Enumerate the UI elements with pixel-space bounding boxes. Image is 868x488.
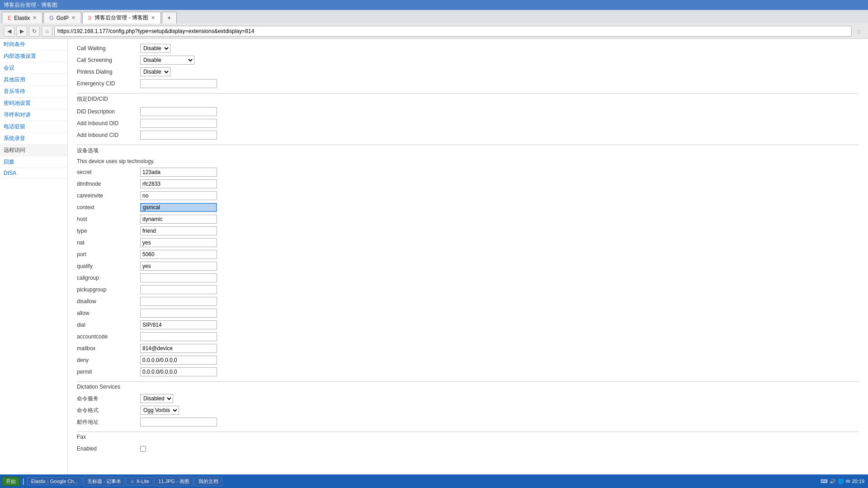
deny-input[interactable] (140, 356, 217, 365)
mailbox-input[interactable] (140, 344, 217, 353)
port-input[interactable] (140, 250, 217, 259)
callgroup-row: callgroup (77, 273, 859, 283)
disallow-input[interactable] (140, 297, 217, 306)
add-inbound-cid-label: Add Inbound CID (77, 132, 140, 138)
did-description-input[interactable] (140, 107, 217, 116)
dtmfmode-input[interactable] (140, 179, 217, 188)
taskbar-item-browser-label: Elastix - Google Ch... (31, 479, 78, 484)
command-service-select[interactable]: Disabled Enabled (140, 394, 173, 403)
sidebar-item-conference[interactable]: 会议 (0, 62, 67, 74)
add-inbound-cid-input[interactable] (140, 131, 217, 140)
call-screening-select[interactable]: Disable Enable (140, 56, 194, 65)
sidebar-item-time-condition[interactable]: 时间条件 (0, 39, 67, 51)
call-waiting-label: Call Waiting (77, 45, 140, 52)
type-row: type (77, 226, 859, 236)
secret-label: secret (77, 169, 140, 175)
tab-new[interactable]: + (162, 12, 177, 23)
context-input[interactable] (140, 203, 217, 212)
accountcode-label: accountcode (77, 333, 140, 340)
nat-label: nat (77, 239, 140, 246)
sidebar-item-parking[interactable]: 电话驻留 (0, 121, 67, 133)
taskbar-right: ⌨ 🔊 🌐 ✉ 20:19 (821, 479, 866, 484)
pinless-dialing-select[interactable]: Disable Enable (140, 67, 170, 76)
taskbar-item-paint-label: 11.JPG - 画图 (158, 479, 189, 484)
bookmark-star-icon[interactable]: ☆ (854, 26, 864, 37)
disallow-row: disallow (77, 296, 859, 306)
start-button[interactable]: 开始 (2, 477, 20, 486)
tab-close-blog[interactable]: ✕ (151, 15, 155, 21)
dial-label: dial (77, 322, 140, 328)
call-waiting-select[interactable]: Disable Enable (140, 44, 170, 53)
forward-button[interactable]: ▶ (16, 26, 27, 37)
dial-input[interactable] (140, 320, 217, 329)
sidebar-item-callback[interactable]: 回拨 (0, 156, 67, 168)
sidebar-item-paging[interactable]: 寻呼和对讲 (0, 109, 67, 121)
sidebar: 时间条件 内部选项设置 会议 其他应用 音乐等待 密码池设置 寻呼和对讲 电话驻… (0, 39, 68, 474)
command-format-row: 命令格式 Ogg Vorbis MP3 (77, 405, 859, 415)
email-input[interactable] (140, 418, 217, 427)
emergency-cid-row: Emergency CID (77, 79, 859, 89)
tab-blog[interactable]: B 博客后台管理 - 博客图 ✕ (82, 12, 161, 23)
permit-row: permit (77, 367, 859, 377)
host-row: host (77, 214, 859, 224)
tab-close-elastix[interactable]: ✕ (33, 15, 37, 21)
taskbar-item-notepad[interactable]: 无标题 - 记事本 (83, 477, 126, 486)
canreinvite-row: canreinvite (77, 191, 859, 201)
emergency-cid-input[interactable] (140, 79, 217, 88)
dictation-section: 命令服务 Disabled Enabled 命令格式 Ogg Vorbis MP… (77, 394, 859, 427)
tab-close-goip[interactable]: ✕ (71, 15, 75, 21)
sidebar-item-disa[interactable]: DISA (0, 168, 67, 178)
browser-frame: 博客后台管理 - 博客图 E Elastix ✕ G GoIP ✕ B 博客后台… (0, 0, 868, 488)
tab-elastix[interactable]: E Elastix ✕ (2, 12, 42, 23)
tab-label-blog: 博客后台管理 - 博客图 (94, 14, 148, 22)
taskbar-icon-1: ⌨ (821, 479, 828, 484)
home-button[interactable]: ⌂ (42, 26, 52, 37)
accountcode-row: accountcode (77, 332, 859, 342)
sidebar-item-moh[interactable]: 音乐等待 (0, 86, 67, 98)
qualify-label: qualify (77, 263, 140, 269)
callgroup-input[interactable] (140, 273, 217, 282)
tab-bar: E Elastix ✕ G GoIP ✕ B 博客后台管理 - 博客图 ✕ + (0, 10, 868, 23)
reload-button[interactable]: ↻ (29, 26, 40, 37)
taskbar-clock: 20:19 (852, 479, 864, 484)
canreinvite-input[interactable] (140, 191, 217, 200)
taskbar-item-xlite[interactable]: ☆ X-Lite (126, 477, 153, 486)
secret-input[interactable] (140, 168, 217, 177)
sidebar-item-recording[interactable]: 系统录音 (0, 133, 67, 145)
nat-input[interactable] (140, 238, 217, 247)
sidebar-item-pin-pool[interactable]: 密码池设置 (0, 98, 67, 109)
accountcode-input[interactable] (140, 332, 217, 341)
allow-input[interactable] (140, 309, 217, 318)
taskbar-item-mydocs[interactable]: 我的文档 (194, 477, 222, 486)
enabled-checkbox[interactable] (140, 446, 146, 452)
title-text: 博客后台管理 - 博客图 (4, 1, 57, 9)
sidebar-item-other-apps[interactable]: 其他应用 (0, 74, 67, 86)
dtmfmode-label: dtmfmode (77, 181, 140, 187)
pickupgroup-label: pickupgroup (77, 286, 140, 293)
did-description-label: DID Description (77, 108, 140, 115)
pickupgroup-input[interactable] (140, 285, 217, 294)
sidebar-item-remote-access: 远程访问 (0, 145, 67, 156)
type-input[interactable] (140, 226, 217, 235)
dial-row: dial (77, 320, 859, 330)
address-bar[interactable] (54, 26, 852, 37)
tab-label-elastix: Elastix (14, 15, 30, 21)
mailbox-row: mailbox (77, 343, 859, 353)
top-form-section: Call Waiting Disable Enable Call Screeni… (77, 43, 859, 89)
pickupgroup-row: pickupgroup (77, 285, 859, 295)
tab-goip[interactable]: G GoIP ✕ (43, 12, 81, 23)
command-format-select[interactable]: Ogg Vorbis MP3 (140, 406, 179, 415)
fax-section-header: Fax (77, 432, 859, 440)
taskbar-item-browser[interactable]: Elastix - Google Ch... (27, 477, 82, 485)
qualify-input[interactable] (140, 262, 217, 271)
back-button[interactable]: ◀ (4, 26, 14, 37)
sidebar-item-internal-options[interactable]: 内部选项设置 (0, 51, 67, 62)
taskbar-icon-msg: ✉ (846, 479, 850, 484)
call-waiting-row: Call Waiting Disable Enable (77, 43, 859, 53)
dictation-section-header: Dictation Services (77, 381, 859, 390)
taskbar-item-paint[interactable]: 11.JPG - 画图 (154, 477, 193, 486)
permit-input[interactable] (140, 367, 217, 376)
add-inbound-did-input[interactable] (140, 119, 217, 128)
host-input[interactable] (140, 215, 217, 224)
type-label: type (77, 228, 140, 234)
